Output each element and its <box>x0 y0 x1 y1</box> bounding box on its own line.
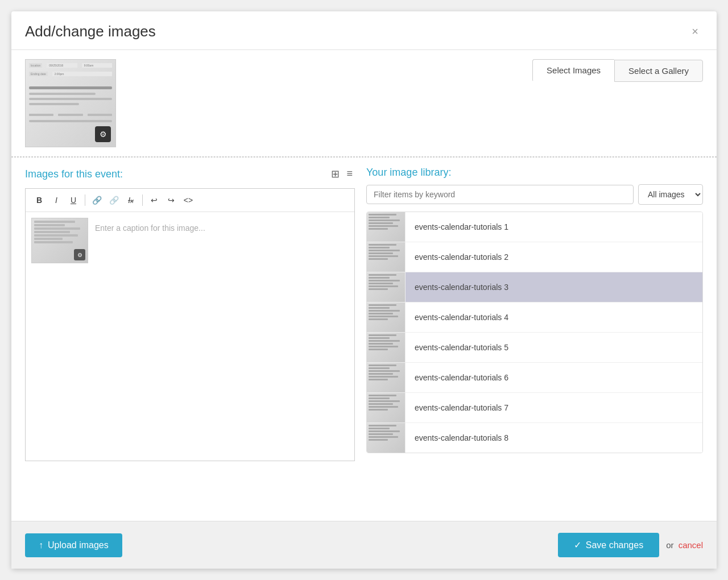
list-item[interactable]: events-calendar-tutorials 6 <box>367 363 702 393</box>
list-item-name: events-calendar-tutorials 1 <box>406 222 518 231</box>
list-view-icon[interactable]: ≡ <box>344 167 355 181</box>
list-item-thumbnail <box>367 212 406 242</box>
link-button[interactable]: 🔗 <box>89 192 105 208</box>
tab-group: Select Images Select a Gallery <box>532 59 703 82</box>
preview-gear-icon[interactable]: ⚙ <box>95 126 111 142</box>
right-panel-title: Your image library: <box>366 167 703 179</box>
right-panel: Your image library: All images My images… <box>366 167 703 478</box>
main-content: Images for this event: ⊞ ≡ B I U 🔗 🔗 Ix <box>11 158 717 487</box>
grid-view-icon[interactable]: ⊞ <box>329 167 342 181</box>
toolbar-separator-1 <box>85 194 85 206</box>
top-section: location 09/25/2016 9:00am Ending date 2… <box>11 50 717 157</box>
editor-thumbnail: ⚙ <box>31 218 88 263</box>
preview-image-thumbnail: location 09/25/2016 9:00am Ending date 2… <box>25 59 116 147</box>
list-item-name: events-calendar-tutorials 6 <box>406 373 518 382</box>
save-changes-button[interactable]: ✓ Save changes <box>558 533 659 557</box>
list-item[interactable]: events-calendar-tutorials 2 <box>367 242 702 272</box>
list-item[interactable]: events-calendar-tutorials 7 <box>367 393 702 423</box>
underline-button[interactable]: U <box>65 192 81 208</box>
list-item-name: events-calendar-tutorials 2 <box>406 252 518 262</box>
italic-button[interactable]: I <box>48 192 64 208</box>
close-button[interactable]: × <box>687 23 703 40</box>
modal-title: Add/change images <box>25 23 156 40</box>
editor-image-preview: ⚙ Enter a caption for this image... <box>26 212 354 269</box>
or-text: or <box>666 540 673 550</box>
filter-select[interactable]: All images My images Recent <box>638 184 703 205</box>
filter-row: All images My images Recent <box>366 184 703 205</box>
save-label: Save changes <box>586 540 643 550</box>
list-item-name: events-calendar-tutorials 3 <box>406 283 518 292</box>
upload-label: Upload images <box>48 540 109 550</box>
left-panel-header: Images for this event: ⊞ ≡ <box>25 167 355 181</box>
list-item-thumbnail <box>367 242 406 272</box>
add-change-images-modal: Add/change images × location 09/25/2016 … <box>11 11 717 569</box>
list-item-name: events-calendar-tutorials 5 <box>406 343 518 352</box>
caption-placeholder: Enter a caption for this image... <box>95 223 349 233</box>
save-icon: ✓ <box>574 540 581 550</box>
toolbar-separator-2 <box>142 194 143 206</box>
list-item-thumbnail <box>367 393 406 422</box>
image-editor: B I U 🔗 🔗 Ix ↩ ↪ <> <box>25 188 355 461</box>
upload-images-button[interactable]: ↑ Upload images <box>25 533 122 557</box>
cancel-button[interactable]: cancel <box>679 540 703 550</box>
clear-format-button[interactable]: Ix <box>123 192 139 208</box>
cancel-link: or cancel <box>666 540 703 550</box>
list-item-thumbnail <box>367 303 406 332</box>
filter-input[interactable] <box>366 185 634 204</box>
redo-button[interactable]: ↪ <box>163 192 179 208</box>
unlink-button[interactable]: 🔗 <box>106 192 122 208</box>
tab-select-images[interactable]: Select Images <box>532 59 614 82</box>
bold-button[interactable]: B <box>31 192 47 208</box>
list-item[interactable]: events-calendar-tutorials 5 <box>367 333 702 363</box>
list-item-thumbnail <box>367 272 406 302</box>
left-panel-title: Images for this event: <box>25 168 123 180</box>
tab-select-gallery[interactable]: Select a Gallery <box>614 60 703 82</box>
upload-icon: ↑ <box>39 540 43 550</box>
list-item-name: events-calendar-tutorials 8 <box>406 433 518 442</box>
view-icons: ⊞ ≡ <box>329 167 355 181</box>
footer-right: ✓ Save changes or cancel <box>558 533 703 557</box>
left-panel: Images for this event: ⊞ ≡ B I U 🔗 🔗 Ix <box>25 167 355 478</box>
list-item-name: events-calendar-tutorials 7 <box>406 403 518 412</box>
list-item-thumbnail <box>367 423 406 453</box>
modal-header: Add/change images × <box>11 11 717 50</box>
editor-gear-icon[interactable]: ⚙ <box>74 249 85 260</box>
list-item[interactable]: events-calendar-tutorials 3 <box>367 272 702 303</box>
right-panel-header: Your image library: All images My images… <box>366 167 703 205</box>
code-button[interactable]: <> <box>180 192 196 208</box>
list-item[interactable]: events-calendar-tutorials 4 <box>367 303 702 333</box>
list-item[interactable]: events-calendar-tutorials 8 <box>367 423 702 453</box>
modal-footer: ↑ Upload images ✓ Save changes or cancel <box>11 521 717 569</box>
list-item-name: events-calendar-tutorials 4 <box>406 313 518 322</box>
list-item-thumbnail <box>367 333 406 362</box>
list-item-thumbnail <box>367 363 406 392</box>
editor-toolbar: B I U 🔗 🔗 Ix ↩ ↪ <> <box>26 189 354 212</box>
list-item[interactable]: events-calendar-tutorials 1 <box>367 212 702 242</box>
caption-area[interactable]: Enter a caption for this image... <box>88 218 349 263</box>
image-list: events-calendar-tutorials 1events-calend… <box>366 212 703 453</box>
undo-button[interactable]: ↩ <box>146 192 162 208</box>
